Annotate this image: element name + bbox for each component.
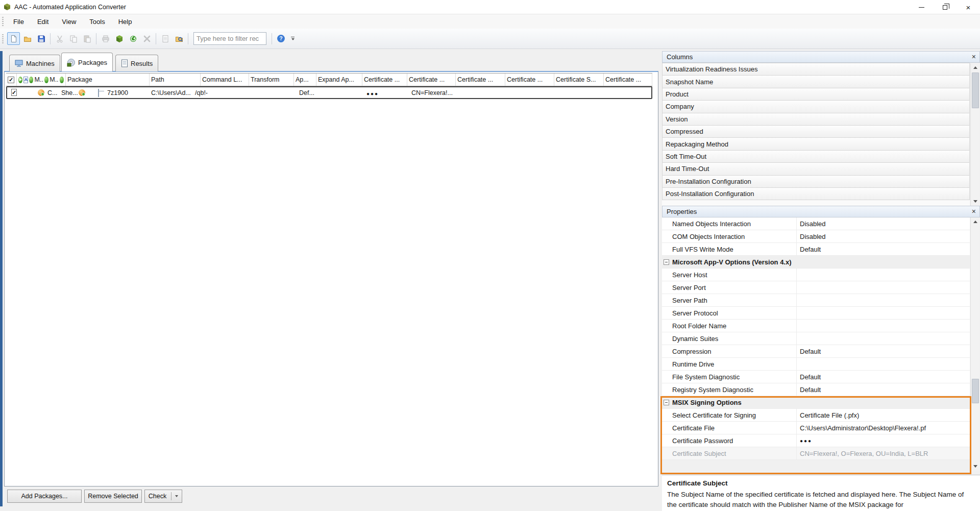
column-option[interactable]: Repackaging Method bbox=[662, 137, 970, 150]
column-certificate-s[interactable]: Certificate S... bbox=[554, 74, 604, 86]
save-button[interactable] bbox=[35, 32, 47, 45]
copy-icon bbox=[69, 35, 78, 43]
properties-close-icon[interactable]: × bbox=[972, 208, 976, 215]
scroll-up-button[interactable] bbox=[971, 217, 980, 226]
browse-button[interactable] bbox=[173, 32, 185, 45]
new-button[interactable] bbox=[7, 32, 20, 45]
column-certificate-3[interactable]: Certificate ... bbox=[456, 74, 505, 86]
select-all-checkbox[interactable]: ✓ bbox=[8, 77, 14, 83]
delete-button[interactable] bbox=[140, 32, 153, 45]
select-all-header[interactable]: ✓ bbox=[6, 74, 17, 86]
row-checkbox[interactable]: ✓ bbox=[11, 89, 17, 96]
column-certificate-2[interactable]: Certificate ... bbox=[407, 74, 456, 86]
machine-status-icon bbox=[38, 89, 44, 96]
scrollbar-thumb[interactable] bbox=[972, 72, 979, 108]
property-row[interactable]: Server Host bbox=[662, 269, 970, 281]
package-row[interactable]: ✓ C... She... 7z1900 C:\Users\Ad... /qb!… bbox=[6, 86, 652, 99]
collapse-icon[interactable] bbox=[664, 400, 669, 405]
copy-button[interactable] bbox=[67, 32, 80, 45]
refresh-button[interactable] bbox=[127, 32, 139, 45]
column-m1: M.. bbox=[34, 76, 43, 83]
menu-file[interactable]: File bbox=[7, 16, 31, 28]
toolbar-overflow-button[interactable] bbox=[291, 37, 295, 40]
column-option[interactable]: Pre-Installation Configuration bbox=[662, 175, 970, 188]
tab-machines[interactable]: Machines bbox=[9, 55, 60, 71]
property-row[interactable]: Server Protocol bbox=[662, 307, 970, 320]
column-expand-ap[interactable]: Expand Ap... bbox=[316, 74, 362, 86]
collapse-icon[interactable] bbox=[664, 259, 669, 265]
menu-view[interactable]: View bbox=[55, 16, 83, 28]
left-splitter[interactable] bbox=[0, 51, 3, 506]
open-button[interactable] bbox=[21, 32, 34, 45]
refresh-icon bbox=[129, 35, 137, 43]
property-group-row[interactable]: Microsoft App-V Options (Version 4.x) bbox=[662, 256, 970, 269]
property-row[interactable]: COM Objects Interaction Disabled bbox=[662, 230, 970, 243]
property-row[interactable]: Runtime Drive bbox=[662, 358, 970, 371]
column-option[interactable]: Version bbox=[662, 113, 970, 126]
check-button[interactable]: Check bbox=[144, 490, 182, 503]
property-row[interactable]: Dynamic Suites bbox=[662, 332, 970, 345]
menu-gripper bbox=[2, 17, 4, 26]
column-option[interactable]: Company bbox=[662, 100, 970, 113]
column-option[interactable]: Compressed bbox=[662, 125, 970, 138]
filter-input[interactable] bbox=[193, 32, 266, 45]
menu-help[interactable]: Help bbox=[112, 16, 139, 28]
remove-selected-button[interactable]: Remove Selected bbox=[84, 490, 142, 503]
help-button[interactable]: ? bbox=[275, 32, 287, 45]
column-package[interactable]: Package bbox=[66, 74, 150, 86]
column-option[interactable]: Virtualization Readiness Issues bbox=[662, 63, 970, 76]
restore-button[interactable] bbox=[933, 0, 957, 14]
property-group-row-msix[interactable]: MSIX Signing Options bbox=[662, 396, 970, 409]
add-packages-button[interactable]: Add Packages... bbox=[7, 490, 82, 503]
close-button[interactable]: × bbox=[957, 0, 980, 14]
column-certificate-6[interactable]: Certificate ... bbox=[604, 74, 652, 86]
columns-close-icon[interactable]: × bbox=[972, 53, 976, 60]
property-row[interactable]: Named Objects Interaction Disabled bbox=[662, 217, 970, 230]
property-row[interactable]: Certificate File C:\Users\Administrator\… bbox=[662, 422, 970, 434]
property-row[interactable]: Root Folder Name bbox=[662, 320, 970, 332]
property-row[interactable]: Certificate Password ●●● bbox=[662, 434, 970, 447]
column-command-line[interactable]: Command L... bbox=[201, 74, 249, 86]
property-row[interactable]: Select Certificate for Signing Certifica… bbox=[662, 409, 970, 422]
status-icon bbox=[29, 77, 33, 83]
property-row[interactable]: File System Diagnostic Default bbox=[662, 371, 970, 383]
property-row[interactable]: Server Port bbox=[662, 281, 970, 294]
columns-panel-title: Columns bbox=[667, 53, 693, 61]
column-option[interactable]: Post-Installation Configuration bbox=[662, 187, 970, 200]
open-folder-icon bbox=[23, 35, 32, 43]
report-button[interactable] bbox=[159, 32, 172, 45]
column-option[interactable]: Soft Time-Out bbox=[662, 150, 970, 163]
column-certificate-4[interactable]: Certificate ... bbox=[505, 74, 554, 86]
minimize-button[interactable] bbox=[910, 0, 933, 14]
status-columns-header[interactable]: A M.. M.. bbox=[17, 74, 66, 86]
properties-panel-header: Properties × bbox=[662, 206, 980, 217]
menu-tools[interactable]: Tools bbox=[83, 16, 111, 28]
property-row[interactable]: Compression Default bbox=[662, 345, 970, 358]
column-transform[interactable]: Transform bbox=[249, 74, 294, 86]
toolbar-separator bbox=[96, 33, 96, 44]
column-certificate-1[interactable]: Certificate ... bbox=[362, 74, 407, 86]
scroll-up-button[interactable] bbox=[971, 63, 980, 72]
scroll-down-button[interactable] bbox=[971, 197, 980, 206]
column-option[interactable]: Hard Time-Out bbox=[662, 162, 970, 175]
properties-scrollbar[interactable] bbox=[970, 217, 979, 471]
print-button[interactable] bbox=[99, 32, 112, 45]
menu-edit[interactable]: Edit bbox=[31, 16, 55, 28]
property-row[interactable]: Full VFS Write Mode Default bbox=[662, 243, 970, 256]
scroll-down-button[interactable] bbox=[971, 462, 980, 471]
cut-button[interactable] bbox=[53, 32, 66, 45]
column-option[interactable]: Product bbox=[662, 88, 970, 101]
column-ap[interactable]: Ap... bbox=[294, 74, 316, 86]
property-row[interactable]: Server Path bbox=[662, 294, 970, 307]
convert-button[interactable] bbox=[113, 32, 126, 45]
analyze-icon: A bbox=[23, 77, 28, 83]
tab-packages[interactable]: Packages bbox=[61, 53, 113, 71]
columns-scrollbar[interactable] bbox=[970, 63, 979, 206]
tab-results[interactable]: Results bbox=[115, 55, 158, 71]
property-row[interactable]: Registry System Diagnostic Default bbox=[662, 383, 970, 396]
paste-button[interactable] bbox=[81, 32, 93, 45]
row-shell: She... bbox=[61, 89, 78, 96]
scrollbar-thumb[interactable] bbox=[972, 379, 979, 403]
column-path[interactable]: Path bbox=[150, 74, 201, 86]
column-option[interactable]: Snapshot Name bbox=[662, 75, 970, 88]
